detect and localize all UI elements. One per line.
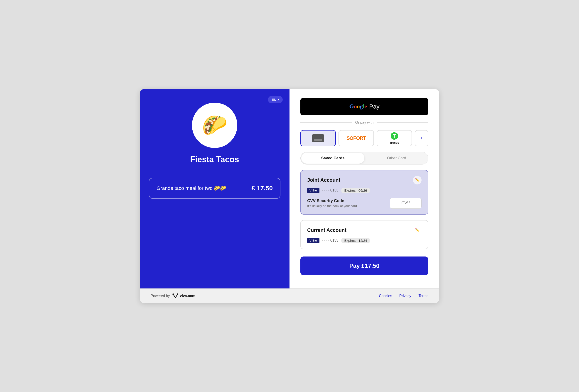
- cvv-input[interactable]: [390, 198, 422, 209]
- cvv-label: CVV Security Code: [307, 199, 358, 203]
- chevron-right-icon: ›: [421, 135, 422, 141]
- terms-link[interactable]: Terms: [418, 294, 428, 298]
- card-number-joint: · · · · 0133: [322, 188, 338, 192]
- or-pay-with-text: Or pay with: [355, 120, 374, 125]
- expiry-value-joint: 06/26: [359, 188, 367, 192]
- svg-point-3: [177, 293, 178, 295]
- left-panel: EN ▾ 🌮 Fiesta Tacos Grande taco meal for…: [140, 89, 290, 288]
- visa-badge-current: VISA: [307, 238, 319, 243]
- tab-other-card[interactable]: Other Card: [365, 152, 428, 164]
- pencil-icon: ✏️: [415, 178, 420, 182]
- payment-methods-row: SOFORT T Trustly ›: [300, 130, 428, 146]
- card-header-joint: Joint Account ✏️: [307, 176, 422, 184]
- pencil-icon-current: ✏️: [415, 228, 420, 232]
- payment-method-card[interactable]: [300, 130, 336, 146]
- svg-point-2: [172, 293, 174, 295]
- taco-icon: 🌮: [202, 113, 227, 137]
- order-item-box: Grande taco meal for two 🌮🌮 £ 17.50: [149, 178, 281, 199]
- main-content: EN ▾ 🌮 Fiesta Tacos Grande taco meal for…: [140, 89, 439, 288]
- viva-icon: [172, 293, 179, 299]
- trustly-text: Trustly: [390, 141, 399, 144]
- card-number-current: · · · · 0133: [322, 238, 338, 242]
- privacy-link[interactable]: Privacy: [399, 294, 411, 298]
- edit-card-joint-button[interactable]: ✏️: [413, 176, 422, 184]
- pay-button[interactable]: Pay £17.50: [300, 257, 428, 275]
- footer-links: Cookies Privacy Terms: [379, 294, 428, 298]
- card-dots-current: · · · ·: [322, 238, 329, 242]
- payment-method-trustly[interactable]: T Trustly: [377, 130, 412, 146]
- lang-label: EN: [272, 98, 276, 102]
- expiry-badge-current: Expires 12/24: [341, 238, 370, 243]
- footer: Powered by viva.com Cookies Privacy Term…: [140, 288, 439, 303]
- expires-label-current: Expires: [344, 239, 356, 242]
- trustly-logo: T Trustly: [390, 132, 399, 144]
- language-selector[interactable]: EN ▾: [268, 96, 283, 103]
- or-divider: Or pay with: [300, 120, 428, 125]
- sofort-logo: SOFORT: [347, 135, 366, 141]
- google-g-icon: Google: [349, 103, 367, 110]
- tab-saved-cards[interactable]: Saved Cards: [301, 153, 364, 164]
- cookies-link[interactable]: Cookies: [379, 294, 392, 298]
- right-panel: Google Pay Or pay with SOFORT: [290, 89, 439, 288]
- powered-by-label: Powered by: [151, 294, 170, 298]
- card-last4-joint: 0133: [330, 188, 339, 192]
- cvv-label-group: CVV Security Code It's usually on the ba…: [307, 199, 358, 208]
- svg-text:T: T: [393, 133, 396, 139]
- edit-card-current-button[interactable]: ✏️: [413, 226, 422, 234]
- card-details-current: VISA · · · · 0133 Expires 12/24: [307, 238, 422, 243]
- card-dots-joint: · · · ·: [322, 188, 329, 192]
- order-item-label: Grande taco meal for two 🌮🌮: [156, 185, 226, 191]
- powered-by: Powered by viva.com: [151, 293, 195, 299]
- payment-container: EN ▾ 🌮 Fiesta Tacos Grande taco meal for…: [140, 89, 439, 303]
- expiry-badge-joint: Expires 06/26: [341, 188, 370, 193]
- trustly-t-icon: T: [391, 132, 398, 140]
- expires-label-joint: Expires: [344, 188, 356, 192]
- card-last4-current: 0133: [330, 238, 339, 242]
- more-payment-methods-button[interactable]: ›: [415, 130, 428, 146]
- card-icon: [312, 134, 324, 142]
- card-name-joint: Joint Account: [307, 177, 340, 183]
- merchant-logo: 🌮: [192, 103, 237, 148]
- card-tabs: Saved Cards Other Card: [300, 152, 428, 165]
- payment-method-sofort[interactable]: SOFORT: [339, 130, 374, 146]
- cvv-hint: It's usually on the back of your card.: [307, 204, 358, 208]
- card-header-current: Current Account ✏️: [307, 226, 422, 234]
- viva-brand-text: viva.com: [180, 294, 195, 298]
- google-pay-button[interactable]: Google Pay: [300, 98, 428, 115]
- merchant-name: Fiesta Tacos: [190, 155, 239, 164]
- expiry-value-current: 12/24: [359, 239, 367, 242]
- viva-logo: viva.com: [172, 293, 195, 299]
- cvv-section: CVV Security Code It's usually on the ba…: [307, 198, 422, 209]
- card-details-joint: VISA · · · · 0133 Expires 06/26: [307, 188, 422, 193]
- saved-card-joint[interactable]: Joint Account ✏️ VISA · · · · 0133 Expir…: [300, 170, 428, 215]
- card-name-current: Current Account: [307, 227, 347, 233]
- order-price: £ 17.50: [252, 185, 273, 192]
- visa-badge-joint: VISA: [307, 188, 319, 193]
- gpay-label: Pay: [369, 103, 380, 110]
- chevron-down-icon: ▾: [278, 98, 279, 101]
- saved-card-current[interactable]: Current Account ✏️ VISA · · · · 0133 Exp…: [300, 220, 428, 249]
